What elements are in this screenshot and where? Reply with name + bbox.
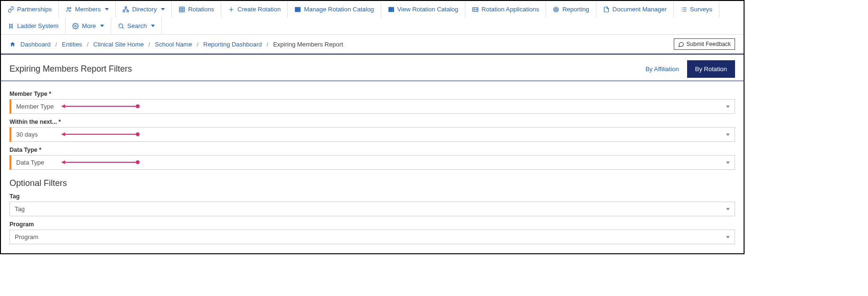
breadcrumb-link[interactable]: Dashboard bbox=[20, 41, 51, 48]
tag-label: Tag bbox=[9, 193, 735, 200]
card-icon bbox=[472, 6, 479, 13]
nav-rotations[interactable]: Rotations bbox=[172, 1, 221, 18]
nav-label: Reporting bbox=[562, 6, 589, 13]
tab-by-affiliation[interactable]: By Affiliation bbox=[637, 60, 687, 78]
submit-feedback-button[interactable]: Submit Feedback bbox=[674, 38, 735, 50]
tabs: By Affiliation By Rotation bbox=[637, 60, 735, 78]
breadcrumb: Dashboard/Entities/Clinical Site Home/Sc… bbox=[9, 41, 343, 48]
svg-point-1 bbox=[69, 7, 71, 9]
nav-label: Rotations bbox=[188, 6, 214, 13]
home-icon bbox=[9, 41, 16, 47]
list-icon bbox=[680, 6, 687, 13]
nav-label: Search bbox=[127, 22, 147, 29]
doc-icon bbox=[603, 6, 610, 13]
link-icon bbox=[8, 6, 14, 13]
breadcrumb-link[interactable]: Reporting Dashboard bbox=[203, 41, 262, 48]
data-type-label: Data Type * bbox=[9, 147, 735, 153]
nav-directory[interactable]: Directory bbox=[116, 1, 172, 18]
books-icon bbox=[388, 6, 395, 13]
users-icon bbox=[66, 6, 72, 13]
svg-rect-6 bbox=[295, 7, 297, 11]
svg-rect-10 bbox=[390, 7, 392, 11]
svg-rect-8 bbox=[299, 7, 300, 11]
nav-label: Document Manager bbox=[613, 6, 667, 13]
program-select[interactable]: Program bbox=[9, 230, 735, 244]
svg-point-16 bbox=[556, 9, 557, 9]
breadcrumb-separator: / bbox=[197, 41, 198, 48]
breadcrumb-link[interactable]: Entities bbox=[62, 41, 82, 48]
svg-rect-11 bbox=[393, 7, 394, 11]
nav-label: Manage Rotation Catalog bbox=[304, 6, 374, 13]
target-icon bbox=[553, 6, 559, 13]
nav-partnerships[interactable]: Partnerships bbox=[1, 1, 59, 18]
nav-label: Surveys bbox=[690, 6, 712, 13]
caret-down-icon bbox=[161, 8, 165, 10]
optional-filters-title: Optional Filters bbox=[9, 178, 735, 188]
caret-down-icon bbox=[100, 25, 104, 27]
tag-select[interactable]: Tag bbox=[9, 202, 735, 216]
nav-reporting[interactable]: Reporting bbox=[546, 1, 596, 18]
breadcrumb-current: Expiring Members Report bbox=[273, 41, 343, 48]
within-next-select[interactable]: 30 days bbox=[9, 127, 735, 142]
svg-point-13 bbox=[473, 9, 475, 10]
nav-search[interactable]: Search bbox=[111, 18, 162, 34]
page-title: Expiring Members Report Filters bbox=[9, 64, 132, 74]
nav-document-manager[interactable]: Document Manager bbox=[596, 1, 674, 18]
subbar: Dashboard/Entities/Clinical Site Home/Sc… bbox=[1, 35, 744, 55]
nav-label: Members bbox=[75, 6, 101, 13]
breadcrumb-link[interactable]: School Name bbox=[155, 41, 192, 48]
within-next-label: Within the next... * bbox=[9, 119, 735, 125]
data-type-select[interactable]: Data Type bbox=[9, 155, 735, 170]
submit-bar: Submit bbox=[1, 254, 744, 254]
svg-rect-7 bbox=[297, 7, 299, 11]
nav-rotation-applications[interactable]: Rotation Applications bbox=[465, 1, 546, 18]
caret-down-icon bbox=[151, 25, 155, 27]
nav-surveys[interactable]: Surveys bbox=[674, 1, 719, 18]
nav-manage-rotation-catalog[interactable]: Manage Rotation Catalog bbox=[288, 1, 381, 18]
nav-label: View Rotation Catalog bbox=[397, 6, 458, 13]
member-type-label: Member Type * bbox=[9, 91, 735, 97]
submit-feedback-label: Submit Feedback bbox=[687, 41, 731, 47]
svg-point-17 bbox=[75, 25, 77, 27]
panel-header: Expiring Members Report Filters By Affil… bbox=[1, 56, 744, 81]
breadcrumb-separator: / bbox=[87, 41, 89, 48]
svg-point-18 bbox=[119, 24, 123, 28]
nav-label: Partnerships bbox=[17, 6, 52, 13]
svg-rect-5 bbox=[179, 7, 185, 12]
filters-form: Member Type * Member Type Within the nex… bbox=[1, 81, 744, 244]
sitemap-icon bbox=[123, 6, 129, 13]
nav-label: More bbox=[82, 22, 96, 29]
gear-icon bbox=[72, 23, 79, 29]
breadcrumb-separator: / bbox=[267, 41, 269, 48]
member-type-select[interactable]: Member Type bbox=[9, 99, 735, 114]
nav-label: Rotation Applications bbox=[481, 6, 539, 13]
books-icon bbox=[294, 6, 301, 13]
caret-down-icon bbox=[105, 8, 109, 10]
nav-create-rotation[interactable]: Create Rotation bbox=[221, 1, 288, 18]
breadcrumb-separator: / bbox=[56, 41, 57, 48]
nav-label: Ladder System bbox=[17, 22, 58, 29]
search-icon bbox=[118, 23, 124, 29]
top-nav: PartnershipsMembersDirectoryRotationsCre… bbox=[1, 1, 744, 35]
svg-rect-9 bbox=[388, 7, 390, 11]
ladder-icon bbox=[8, 23, 14, 29]
nav-members[interactable]: Members bbox=[59, 1, 116, 18]
nav-label: Directory bbox=[132, 6, 157, 13]
svg-point-0 bbox=[67, 7, 69, 9]
grid-icon bbox=[179, 6, 185, 13]
chat-icon bbox=[678, 41, 684, 47]
nav-more[interactable]: More bbox=[66, 18, 111, 34]
program-label: Program bbox=[9, 221, 735, 228]
breadcrumb-link[interactable]: Clinical Site Home bbox=[94, 41, 144, 48]
tab-by-rotation[interactable]: By Rotation bbox=[687, 60, 735, 78]
nav-ladder-system[interactable]: Ladder System bbox=[1, 18, 66, 34]
nav-view-rotation-catalog[interactable]: View Rotation Catalog bbox=[381, 1, 465, 18]
breadcrumb-separator: / bbox=[149, 41, 151, 48]
plus-icon bbox=[228, 6, 235, 13]
nav-label: Create Rotation bbox=[237, 6, 281, 13]
